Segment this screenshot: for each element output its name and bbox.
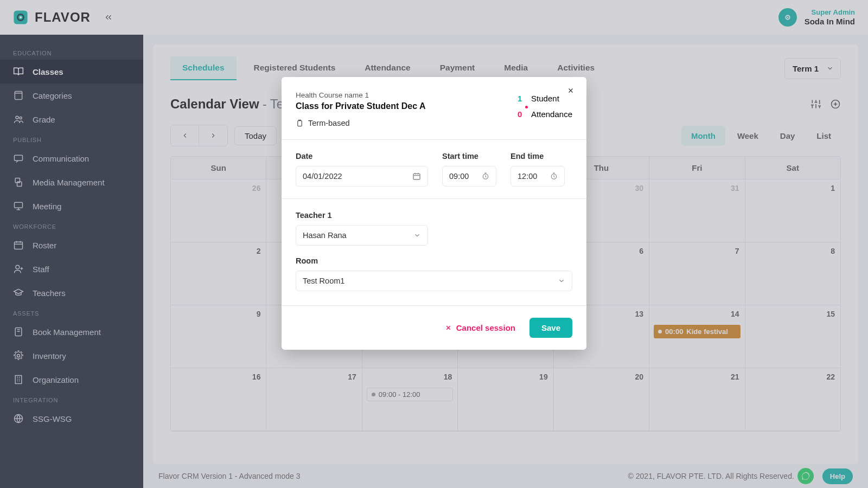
date-label: Date xyxy=(296,152,428,160)
teacher-label: Teacher 1 xyxy=(296,211,572,220)
chevron-down-icon xyxy=(413,232,421,239)
start-time-label: Start time xyxy=(442,152,496,160)
x-icon xyxy=(445,324,452,331)
chevron-down-icon xyxy=(558,277,565,285)
room-select[interactable]: Test Room1 xyxy=(296,271,572,291)
close-icon[interactable] xyxy=(567,87,575,94)
svg-rect-19 xyxy=(413,174,420,179)
room-label: Room xyxy=(296,256,572,265)
clock-icon xyxy=(482,172,489,180)
date-input[interactable]: 04/01/2022 xyxy=(296,166,428,187)
modal-header: Health Course name 1 Class for Private S… xyxy=(282,77,586,140)
term-based-label: Term-based xyxy=(296,119,425,127)
course-name: Health Course name 1 xyxy=(296,91,425,99)
overlay[interactable]: Health Course name 1 Class for Private S… xyxy=(0,0,868,488)
start-time-input[interactable]: 09:00 xyxy=(442,166,496,187)
session-modal: Health Course name 1 Class for Private S… xyxy=(282,77,586,350)
teacher-select[interactable]: Hasan Rana xyxy=(296,225,428,246)
end-time-input[interactable]: 12:00 xyxy=(510,166,565,187)
modal-body-datetime: Date 04/01/2022 Start time 09:00 End tim… xyxy=(282,140,586,199)
clock-icon xyxy=(550,172,558,180)
calendar-icon xyxy=(412,172,421,181)
modal-body-assign: Teacher 1 Hasan Rana Room Test Room1 xyxy=(282,199,586,306)
student-count: 1 Student xyxy=(516,91,572,107)
svg-rect-18 xyxy=(298,120,302,126)
clipboard-icon xyxy=(296,119,304,127)
cancel-session-button[interactable]: Cancel session xyxy=(445,323,515,332)
end-time-label: End time xyxy=(510,152,565,160)
class-name: Class for Private Student Dec A xyxy=(296,101,425,111)
save-button[interactable]: Save xyxy=(529,318,572,338)
modal-footer: Cancel session Save xyxy=(282,306,586,350)
attendance-count: 0 Attendance xyxy=(516,107,572,123)
